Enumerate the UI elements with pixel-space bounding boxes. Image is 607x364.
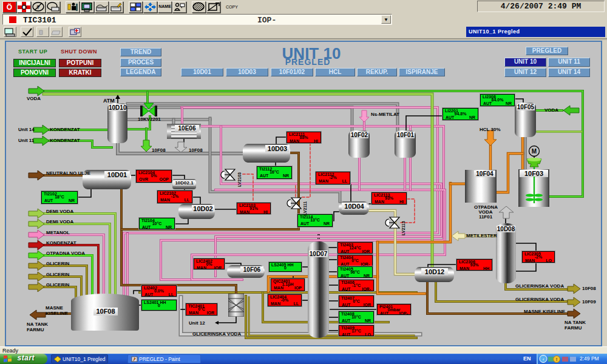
svg-text:‹: ‹ <box>543 357 544 362</box>
svg-text:M: M <box>532 148 537 155</box>
svg-text:!: ! <box>556 357 558 362</box>
